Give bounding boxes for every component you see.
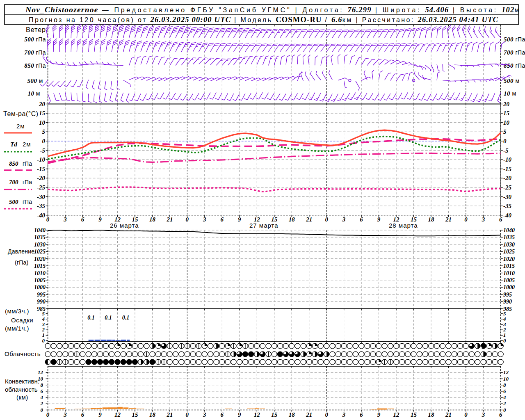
- svg-text:21: 21: [306, 216, 312, 223]
- svg-text:10: 10: [503, 376, 509, 382]
- svg-text:4: 4: [503, 394, 506, 400]
- svg-text:2: 2: [40, 400, 43, 406]
- svg-text:21: 21: [166, 216, 173, 223]
- svg-text:1015: 1015: [34, 263, 46, 269]
- svg-text:21: 21: [306, 411, 312, 418]
- svg-text:18: 18: [149, 411, 156, 418]
- svg-text:27 марта: 27 марта: [249, 222, 278, 229]
- svg-text:6: 6: [499, 216, 502, 223]
- svg-text:-40: -40: [503, 212, 511, 219]
- svg-text:-25: -25: [37, 184, 45, 191]
- svg-text:20: 20: [503, 101, 510, 107]
- svg-text:3: 3: [63, 216, 67, 223]
- svg-text:10 м: 10 м: [27, 90, 40, 97]
- svg-text:3: 3: [203, 216, 206, 223]
- svg-text:1040: 1040: [34, 227, 46, 233]
- svg-text:0: 0: [503, 338, 506, 344]
- svg-text:-30: -30: [503, 194, 511, 200]
- svg-text:850 гПа: 850 гПа: [24, 62, 46, 69]
- svg-text:3: 3: [482, 411, 485, 418]
- svg-text:12: 12: [114, 411, 121, 418]
- svg-text:0: 0: [503, 138, 507, 144]
- svg-text:1: 1: [42, 332, 45, 338]
- svg-text:1030: 1030: [34, 242, 46, 248]
- svg-text:1035: 1035: [503, 234, 515, 240]
- svg-text:0: 0: [325, 411, 328, 418]
- svg-text:-40: -40: [37, 212, 45, 219]
- svg-text:5: 5: [42, 128, 46, 135]
- svg-text:гПа: гПа: [23, 179, 32, 185]
- svg-text:(гПа): (гПа): [15, 259, 28, 266]
- svg-text:21: 21: [166, 411, 173, 418]
- svg-text:9: 9: [377, 411, 381, 418]
- svg-text:Nov_Chistoozernoe — Предоставл: Nov_Chistoozernoe — Предоставлено ФГБУ "…: [25, 5, 521, 14]
- svg-text:0: 0: [42, 138, 46, 144]
- svg-text:0: 0: [186, 216, 189, 223]
- svg-text:6: 6: [360, 411, 363, 418]
- svg-text:500 м: 500 м: [27, 78, 43, 84]
- svg-text:8: 8: [503, 382, 506, 388]
- svg-text:0: 0: [464, 216, 468, 223]
- svg-text:28 марта: 28 марта: [389, 222, 418, 229]
- svg-text:0: 0: [46, 216, 50, 223]
- svg-text:18: 18: [289, 411, 295, 418]
- svg-text:9: 9: [238, 411, 241, 418]
- svg-text:6: 6: [221, 216, 224, 223]
- svg-text:-35: -35: [503, 203, 511, 209]
- svg-text:4: 4: [40, 394, 43, 400]
- svg-text:1030: 1030: [503, 242, 515, 248]
- svg-text:12: 12: [254, 411, 260, 418]
- svg-text:1000: 1000: [503, 284, 515, 290]
- svg-text:(км): (км): [16, 394, 28, 401]
- svg-text:850: 850: [9, 160, 18, 167]
- svg-text:0: 0: [46, 411, 50, 418]
- svg-text:Тем-ра(°C): Тем-ра(°C): [3, 110, 39, 117]
- svg-text:6: 6: [81, 216, 84, 223]
- svg-text:2: 2: [42, 326, 45, 333]
- svg-text:1040: 1040: [503, 227, 515, 233]
- svg-text:10: 10: [503, 119, 510, 126]
- svg-text:Осадки: Осадки: [11, 317, 33, 324]
- svg-text:6: 6: [360, 216, 363, 223]
- svg-text:(мм/3ч.): (мм/3ч.): [5, 308, 29, 315]
- svg-text:9: 9: [377, 216, 381, 223]
- svg-text:12: 12: [393, 411, 400, 418]
- svg-text:6: 6: [503, 388, 506, 394]
- svg-text:0: 0: [186, 411, 189, 418]
- svg-text:18: 18: [149, 216, 156, 223]
- svg-text:-15: -15: [37, 166, 45, 172]
- svg-text:Конвективн.: Конвективн.: [5, 378, 39, 385]
- svg-text:500: 500: [9, 199, 18, 205]
- svg-text:6: 6: [499, 411, 502, 418]
- svg-text:0: 0: [464, 411, 468, 418]
- svg-text:1025: 1025: [503, 249, 515, 255]
- svg-text:3: 3: [503, 321, 506, 327]
- svg-text:-10: -10: [503, 156, 511, 163]
- svg-text:2: 2: [503, 326, 506, 333]
- svg-text:Ветер: Ветер: [26, 26, 46, 33]
- svg-text:9: 9: [238, 216, 241, 223]
- svg-text:21: 21: [445, 216, 452, 223]
- svg-text:1000: 1000: [34, 284, 46, 290]
- svg-text:-10: -10: [37, 156, 45, 163]
- svg-text:гПа: гПа: [23, 199, 32, 205]
- svg-text:500 гПа: 500 гПа: [24, 36, 46, 43]
- svg-text:1020: 1020: [503, 256, 515, 262]
- svg-text:850 гПа: 850 гПа: [504, 62, 525, 69]
- svg-text:1: 1: [503, 332, 506, 338]
- svg-text:Td: Td: [10, 141, 17, 148]
- svg-text:1015: 1015: [503, 263, 515, 269]
- svg-text:-35: -35: [37, 203, 45, 209]
- svg-text:9: 9: [98, 216, 102, 223]
- svg-text:10 м: 10 м: [504, 90, 516, 97]
- svg-text:15: 15: [411, 411, 417, 418]
- svg-text:15: 15: [132, 411, 138, 418]
- svg-text:8: 8: [41, 382, 43, 388]
- svg-text:1025: 1025: [34, 249, 46, 255]
- svg-text:2м: 2м: [23, 141, 31, 148]
- svg-text:3: 3: [342, 411, 346, 418]
- svg-text:2м: 2м: [16, 123, 25, 130]
- svg-text:гПа: гПа: [23, 160, 32, 167]
- svg-text:500 м: 500 м: [504, 78, 520, 84]
- svg-text:15: 15: [271, 411, 278, 418]
